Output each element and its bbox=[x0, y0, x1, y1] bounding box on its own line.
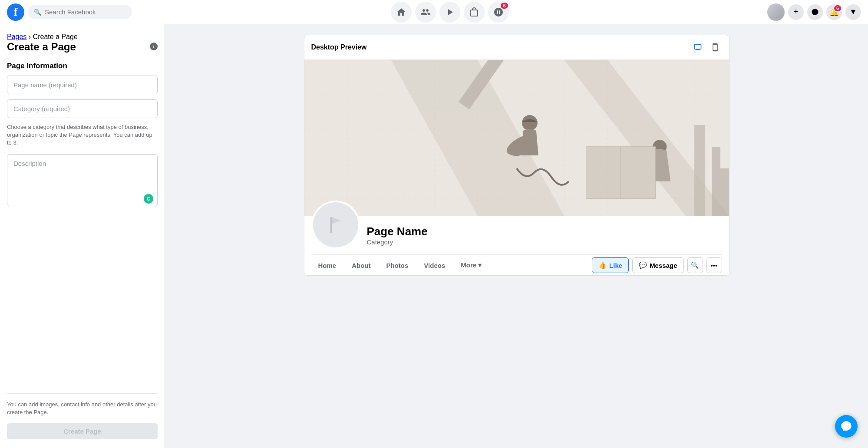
preview-card: Desktop Preview bbox=[304, 35, 729, 276]
preview-header: Desktop Preview bbox=[304, 35, 729, 60]
message-button[interactable]: 💬 Message bbox=[632, 257, 683, 273]
footer-note: You can add images, contact info and oth… bbox=[7, 401, 158, 416]
svg-rect-27 bbox=[330, 217, 332, 233]
profile-row: Page Name Category bbox=[311, 216, 722, 255]
breadcrumb-pages-link[interactable]: Pages bbox=[7, 33, 26, 40]
nav-link-about[interactable]: About bbox=[345, 257, 377, 273]
category-input[interactable] bbox=[7, 99, 158, 118]
mobile-view-button[interactable] bbox=[708, 40, 722, 54]
groups-badge: 6 bbox=[500, 2, 508, 10]
user-avatar[interactable] bbox=[767, 3, 785, 21]
nav-center: 6 bbox=[132, 2, 767, 23]
profile-avatar bbox=[311, 201, 360, 249]
nav-friends-button[interactable] bbox=[415, 2, 436, 23]
nav-marketplace-button[interactable] bbox=[464, 2, 485, 23]
info-icon[interactable]: i bbox=[150, 43, 158, 50]
like-button[interactable]: 👍 Like bbox=[592, 257, 629, 273]
grammarly-icon: G bbox=[144, 194, 153, 204]
nav-link-home[interactable]: Home bbox=[311, 257, 343, 273]
nav-link-more[interactable]: More ▾ bbox=[454, 257, 488, 273]
topnav: f 🔍 6 + bbox=[0, 0, 868, 24]
search-bar[interactable]: 🔍 bbox=[28, 5, 132, 19]
nav-link-videos[interactable]: Videos bbox=[417, 257, 452, 273]
cover-photo bbox=[304, 60, 729, 216]
like-icon: 👍 bbox=[598, 261, 607, 269]
page-title: Create a Page bbox=[7, 41, 76, 53]
create-page-button[interactable]: Create Page bbox=[7, 423, 158, 439]
description-input[interactable] bbox=[7, 154, 158, 206]
nav-watch-button[interactable] bbox=[439, 2, 460, 23]
more-options-button[interactable]: ••• bbox=[706, 257, 722, 273]
messenger-button[interactable] bbox=[807, 4, 823, 20]
page-name-input[interactable] bbox=[7, 76, 158, 94]
breadcrumb: Pages › Create a Page bbox=[7, 33, 158, 41]
search-icon: 🔍 bbox=[34, 9, 41, 16]
nav-home-button[interactable] bbox=[391, 2, 412, 23]
page-nav: Home About Photos Videos More ▾ 👍 Like 💬 bbox=[311, 255, 722, 275]
facebook-logo[interactable]: f bbox=[7, 3, 24, 21]
preview-title: Desktop Preview bbox=[311, 43, 367, 51]
preview-view-buttons bbox=[691, 40, 722, 54]
nav-groups-button[interactable]: 6 bbox=[488, 2, 509, 23]
sidebar-footer: You can add images, contact info and oth… bbox=[7, 393, 158, 439]
page-nav-actions: 👍 Like 💬 Message 🔍 ••• bbox=[592, 257, 722, 273]
right-content: Desktop Preview bbox=[165, 24, 868, 448]
category-helper-text: Choose a category that describes what ty… bbox=[7, 123, 158, 147]
svg-rect-12 bbox=[712, 147, 720, 216]
page-profile-section: Page Name Category Home About Photos Vid… bbox=[304, 216, 729, 275]
svg-point-4 bbox=[521, 115, 537, 131]
page-nav-links: Home About Photos Videos More ▾ bbox=[311, 257, 489, 273]
description-wrapper: G bbox=[7, 154, 158, 208]
notifications-button[interactable]: 🔔 6 bbox=[826, 4, 842, 20]
notifications-badge: 6 bbox=[833, 4, 842, 12]
search-input[interactable] bbox=[45, 8, 126, 16]
topnav-right: + 🔔 6 ▼ bbox=[767, 3, 861, 21]
message-icon: 💬 bbox=[639, 261, 647, 269]
left-sidebar: Pages › Create a Page Create a Page i Pa… bbox=[0, 24, 165, 448]
main-layout: Pages › Create a Page Create a Page i Pa… bbox=[0, 24, 868, 448]
svg-rect-11 bbox=[694, 125, 705, 216]
search-page-button[interactable]: 🔍 bbox=[687, 257, 703, 273]
desktop-view-button[interactable] bbox=[691, 40, 705, 54]
nav-link-photos[interactable]: Photos bbox=[380, 257, 416, 273]
svg-marker-28 bbox=[332, 217, 341, 224]
account-menu-button[interactable]: ▼ bbox=[845, 4, 861, 20]
svg-rect-13 bbox=[720, 168, 729, 216]
profile-info: Page Name Category bbox=[367, 225, 722, 249]
section-title: Page Information bbox=[7, 62, 158, 70]
messenger-fab[interactable] bbox=[835, 415, 858, 438]
profile-avatar-wrapper bbox=[311, 201, 360, 249]
add-button[interactable]: + bbox=[788, 4, 804, 20]
profile-name: Page Name bbox=[367, 225, 722, 238]
profile-category: Category bbox=[367, 238, 722, 246]
